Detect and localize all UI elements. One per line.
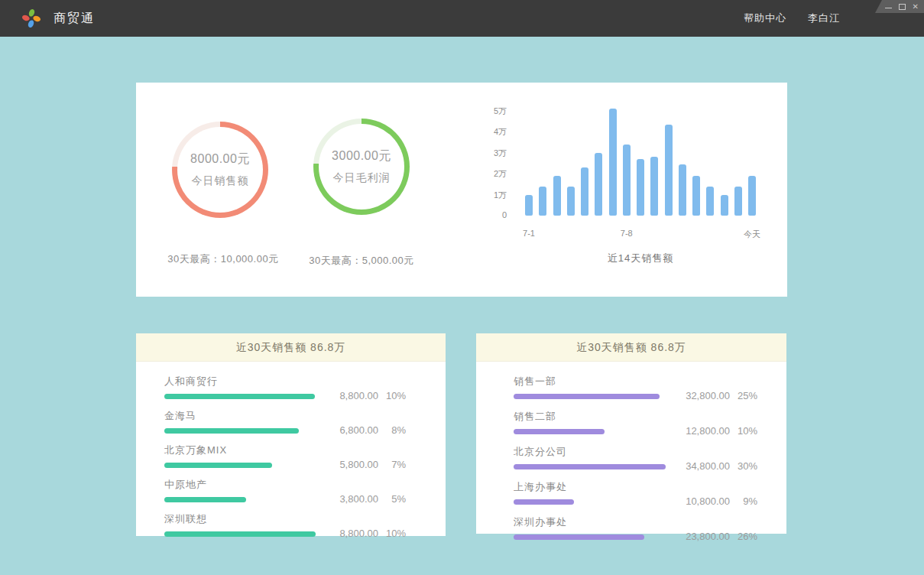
x-tick-label: 7-1: [523, 229, 535, 238]
ranking-row-bar: [164, 394, 315, 399]
ranking-row-name: 人和商贸行: [164, 375, 319, 388]
ranking-row-bar: [514, 534, 644, 540]
help-center-link[interactable]: 帮助中心: [744, 11, 786, 25]
ranking-row-bar: [164, 463, 272, 468]
today-profit-donut: 3000.00元 今日毛利润: [313, 119, 410, 215]
y-tick-label: 0: [476, 210, 507, 219]
ranking-row-bar: [514, 394, 660, 399]
daily-sales-bar: [637, 159, 644, 216]
ranking-row-name: 北京万象MIX: [164, 443, 319, 457]
daily-sales-bar: [734, 187, 742, 216]
sales-bar-chart: [525, 109, 756, 216]
y-tick-label: 2万: [476, 168, 507, 180]
ranking-row-amount: 5,800.00: [323, 459, 378, 470]
ranking-row-name: 中原地产: [164, 478, 319, 492]
y-tick-label: 1万: [476, 190, 507, 201]
ranking-row-amount: 32,800.00: [675, 390, 730, 401]
ranking-row-name: 深圳办事处: [514, 515, 668, 529]
customer-ranking-list: 人和商贸行8,800.0010%金海马6,800.008%北京万象MIX5,80…: [136, 362, 446, 537]
bar-chart-title: 近14天销售额: [525, 252, 756, 265]
ranking-row-amount: 12,800.00: [675, 425, 730, 437]
ranking-row-bar: [514, 429, 605, 434]
daily-sales-bar: [553, 176, 561, 216]
ranking-row-amount: 6,800.00: [323, 424, 378, 436]
daily-sales-bar: [567, 187, 575, 216]
daily-sales-bar: [721, 195, 728, 216]
y-tick-label: 5万: [476, 106, 507, 117]
y-tick-label: 3万: [476, 148, 507, 159]
ranking-row-amount: 23,800.00: [675, 531, 730, 542]
ranking-row: 深圳联想8,800.0010%: [164, 512, 406, 537]
customer-ranking-card: 近30天销售额 86.8万 人和商贸行8,800.0010%金海马6,800.0…: [136, 333, 446, 536]
user-menu[interactable]: 李白江: [808, 11, 840, 25]
daily-sales-bar: [623, 145, 631, 216]
ranking-row-bar: [514, 464, 666, 469]
ranking-row-name: 销售一部: [514, 375, 668, 388]
ranking-row-percent: 7%: [378, 459, 406, 470]
ranking-row-percent: 10%: [378, 390, 406, 401]
overview-card: 8000.00元 今日销售额 30天最高：10,000.00元 3000.00元…: [136, 83, 787, 297]
ranking-row-bar: [164, 428, 299, 434]
x-tick-label: 今天: [744, 229, 760, 240]
window-controls: ✕: [875, 0, 924, 13]
top-nav: 帮助中心 李白江: [744, 11, 840, 25]
ranking-row: 北京万象MIX5,800.007%: [164, 443, 406, 468]
ranking-row-percent: 10%: [730, 425, 757, 437]
ranking-row: 中原地产3,800.005%: [164, 478, 406, 502]
ranking-row-percent: 5%: [378, 493, 406, 505]
department-ranking-title: 近30天销售额 86.8万: [476, 333, 786, 362]
daily-sales-bar: [595, 153, 602, 216]
ranking-row-amount: 8,800.00: [323, 390, 378, 401]
daily-sales-bar: [679, 164, 686, 216]
ranking-row-amount: 8,800.00: [323, 528, 378, 539]
x-tick-label: 7-8: [621, 229, 633, 238]
ranking-row: 金海马6,800.008%: [164, 409, 406, 434]
ranking-row-name: 北京分公司: [514, 445, 668, 459]
department-ranking-card: 近30天销售额 86.8万 销售一部32,800.0025%销售二部12,800…: [476, 333, 786, 534]
ranking-row-bar: [164, 497, 246, 502]
daily-sales-bar: [539, 187, 546, 216]
daily-sales-bar: [609, 109, 617, 216]
ranking-row: 人和商贸行8,800.0010%: [164, 375, 406, 399]
daily-sales-bar: [525, 195, 533, 216]
ranking-row: 销售二部12,800.0010%: [514, 410, 757, 434]
ranking-row-name: 销售二部: [514, 410, 668, 424]
ranking-row-name: 金海马: [164, 409, 319, 423]
daily-sales-bar: [706, 187, 714, 216]
close-icon[interactable]: ✕: [913, 3, 919, 11]
daily-sales-bar: [748, 176, 756, 216]
maximize-icon[interactable]: [899, 4, 906, 10]
today-profit-label: 今日毛利润: [333, 171, 391, 185]
ranking-row-amount: 10,800.00: [675, 495, 730, 507]
daily-sales-bar: [650, 157, 658, 216]
app-window: 商贸通 帮助中心 李白江 ✕ 8000.00元 今日销售额 30天最高：10,0…: [0, 0, 924, 575]
minimize-icon[interactable]: [885, 8, 892, 8]
ranking-row: 上海办事处10,800.009%: [514, 480, 757, 505]
ranking-row-bar: [164, 531, 316, 537]
ranking-row-bar: [514, 499, 574, 505]
title-bar: 商贸通 帮助中心 李白江 ✕: [0, 0, 924, 37]
ranking-row-amount: 34,800.00: [675, 460, 730, 472]
ranking-row-name: 上海办事处: [514, 480, 668, 494]
pinwheel-logo-icon: [21, 8, 41, 28]
daily-sales-bar: [692, 176, 700, 216]
ranking-row-percent: 8%: [378, 424, 406, 436]
brand: 商贸通: [21, 8, 95, 28]
y-tick-label: 4万: [476, 126, 507, 138]
ranking-row-amount: 3,800.00: [323, 493, 378, 505]
daily-sales-bar: [665, 125, 673, 216]
ranking-row-percent: 26%: [730, 531, 757, 542]
customer-ranking-title: 近30天销售额 86.8万: [136, 333, 446, 362]
bar-chart-x-axis: 7-17-8今天: [525, 229, 756, 239]
department-ranking-list: 销售一部32,800.0025%销售二部12,800.0010%北京分公司34,…: [476, 362, 786, 540]
ranking-row-name: 深圳联想: [164, 512, 319, 526]
profit-30d-max: 30天最高：5,000.00元: [277, 254, 446, 268]
today-profit-value: 3000.00元: [332, 148, 391, 164]
ranking-row-percent: 9%: [730, 495, 757, 507]
today-sales-value: 8000.00元: [190, 151, 250, 167]
today-sales-label: 今日销售额: [192, 174, 249, 188]
ranking-row-percent: 10%: [378, 528, 406, 539]
ranking-row: 销售一部32,800.0025%: [514, 375, 757, 399]
ranking-row-percent: 25%: [730, 390, 757, 401]
app-title: 商贸通: [53, 11, 95, 27]
